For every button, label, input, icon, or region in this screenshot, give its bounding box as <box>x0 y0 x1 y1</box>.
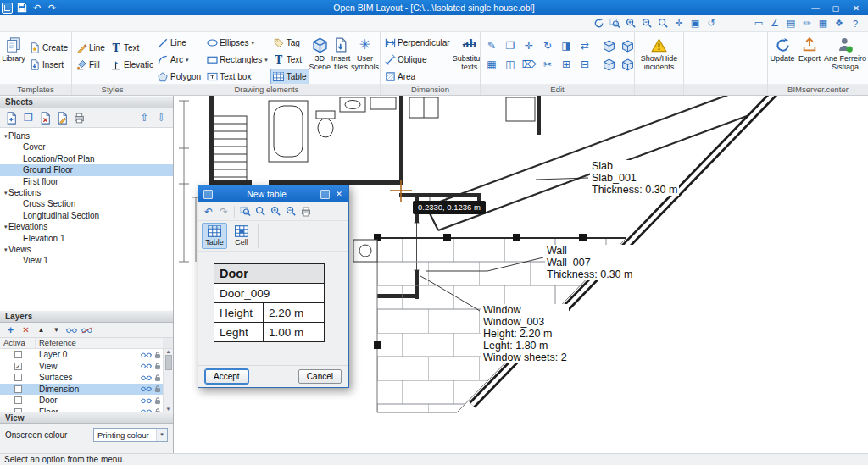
minimize-button[interactable]: — <box>805 1 826 14</box>
redraw-icon[interactable] <box>591 17 606 30</box>
layer-lock-icon[interactable] <box>154 362 161 370</box>
show-hide-incidents-button[interactable]: Show/Hide incidents <box>637 34 682 83</box>
cancel-button[interactable]: Cancel <box>298 369 342 384</box>
trim-icon[interactable]: ✂ <box>539 56 556 73</box>
previous-view-icon[interactable]: ↺ <box>704 17 719 30</box>
oblique-dim-button[interactable]: Oblique <box>381 52 453 68</box>
export-button[interactable]: Export <box>796 34 823 83</box>
tree-group-views[interactable]: ▾Views <box>0 244 173 255</box>
zoom-window-icon[interactable] <box>607 17 622 30</box>
layer-lock-icon[interactable] <box>154 351 161 359</box>
tree-item-first-floor[interactable]: First floor <box>0 176 173 187</box>
dialog-redo-icon[interactable]: ↷ <box>217 205 231 219</box>
layer-active-checkbox[interactable] <box>14 374 22 381</box>
dialog-zoom-all-icon[interactable] <box>253 205 267 219</box>
dialog-close-icon[interactable]: ✕ <box>332 188 346 200</box>
collapse-icon[interactable]: ▾ <box>0 187 8 198</box>
fill-style-button[interactable]: Fill <box>73 57 108 73</box>
arc-tool-button[interactable]: Arc ▾ <box>154 52 203 68</box>
layer-row-surfaces[interactable]: Surfaces <box>0 372 163 384</box>
show-all-layers-icon[interactable] <box>66 324 77 335</box>
titlebar[interactable]: ↶ ↷ Open BIM Layout - [C:\...\Isolated s… <box>0 0 868 15</box>
snap-icon[interactable]: ❖ <box>832 17 847 30</box>
hide-all-layers-icon[interactable] <box>81 324 92 335</box>
print-sheet-icon[interactable] <box>72 111 86 125</box>
preview-header-cell[interactable]: Door <box>214 264 325 284</box>
rectangles-dropdown-icon[interactable]: ▾ <box>264 57 268 64</box>
maximize-button[interactable]: ▢ <box>826 1 846 14</box>
swap-icon[interactable]: ⇄ <box>576 37 593 54</box>
new-window-icon[interactable]: ▭ <box>751 17 766 30</box>
layer-visibility-icon[interactable] <box>141 397 152 404</box>
edit-icon[interactable]: ✎ <box>483 37 500 54</box>
preview-row-label[interactable]: Leght <box>214 323 264 342</box>
delete-icon[interactable]: ⌦ <box>520 56 537 73</box>
delete-sheet-icon[interactable] <box>38 111 53 125</box>
layer-row-layer0[interactable]: Layer 0 <box>0 349 163 361</box>
zoom-all-icon[interactable] <box>655 17 670 30</box>
move-icon[interactable]: ✛ <box>520 37 537 54</box>
line-style-button[interactable]: Line <box>73 40 108 56</box>
dialog-zoom-out-icon[interactable] <box>284 205 298 219</box>
pan-icon[interactable]: ✛ <box>671 17 687 30</box>
move-layer-down-icon[interactable]: ▼ <box>51 324 62 335</box>
preview-row-value[interactable]: 2.20 m <box>264 303 325 323</box>
delete-layer-icon[interactable]: ✕ <box>20 324 31 335</box>
group-icon[interactable]: ⊞ <box>558 56 575 73</box>
tree-item-cross-section[interactable]: Cross Section <box>0 198 173 209</box>
section-icon[interactable] <box>619 56 634 73</box>
send-back-icon[interactable] <box>619 37 634 54</box>
layer-active-checkbox[interactable] <box>14 396 22 404</box>
redo-button[interactable]: ↷ <box>46 2 58 14</box>
edit-sheet-icon[interactable] <box>55 111 70 125</box>
layer-active-checkbox[interactable] <box>14 385 22 393</box>
measure-angle-icon[interactable]: ∠ <box>767 17 782 30</box>
create-template-button[interactable]: Create <box>26 40 70 56</box>
redline-icon[interactable]: ✏ <box>799 17 815 30</box>
library-button[interactable]: Library <box>1 34 26 83</box>
preview-row-value[interactable]: 1.00 m <box>264 323 325 342</box>
layer-lock-icon[interactable] <box>154 385 161 393</box>
tree-group-plans[interactable]: ▾Plans <box>0 130 173 141</box>
tree-item-view-1[interactable]: View 1 <box>0 255 173 266</box>
layer-active-checkbox[interactable] <box>14 351 22 358</box>
insert-files-button[interactable]: Insert files <box>331 34 351 83</box>
tree-item-cover[interactable]: Cover <box>0 141 173 152</box>
save-button[interactable] <box>15 2 28 14</box>
dialog-print-icon[interactable] <box>299 205 313 219</box>
layer-visibility-icon[interactable] <box>141 374 152 381</box>
move-sheet-down-icon[interactable]: ⇩ <box>154 111 169 125</box>
elevation-style-button[interactable]: Elevation <box>108 57 153 73</box>
polygon-tool-button[interactable]: Polygon <box>154 69 203 84</box>
dialog-table-tool[interactable]: Table <box>202 223 227 249</box>
new-sheet-icon[interactable] <box>4 111 19 125</box>
copy-sheet-icon[interactable]: ❐ <box>21 111 36 125</box>
split-icon[interactable]: ◫ <box>502 56 519 73</box>
dialog-zoom-in-icon[interactable] <box>269 205 282 219</box>
table-tool-button[interactable]: Table <box>270 69 309 84</box>
dialog-zoom-window-icon[interactable] <box>238 205 252 219</box>
pin-icon[interactable] <box>320 190 330 199</box>
move-layer-up-icon[interactable]: ▲ <box>36 324 47 335</box>
bim-user-button[interactable]: Ane Ferreiro Sistiaga <box>823 34 867 83</box>
copy-icon[interactable]: ❐ <box>502 37 519 54</box>
tree-group-sections[interactable]: ▾Sections <box>0 187 173 198</box>
zoom-out-icon[interactable] <box>639 17 654 30</box>
tree-item-longitudinal-section[interactable]: Longitudinal Section <box>0 210 173 221</box>
table-preview[interactable]: Door Door_009 Height 2.20 m Leght 1.00 m <box>214 263 325 342</box>
layer-visibility-icon[interactable] <box>141 352 152 358</box>
layer-row-dimension[interactable]: Dimension <box>0 384 163 396</box>
layer-visibility-icon[interactable] <box>141 363 152 369</box>
layer-active-checkbox[interactable]: ✓ <box>14 363 22 370</box>
layers-scrollbar[interactable]: ▲ ▼ <box>163 349 173 412</box>
layer-visibility-icon[interactable]: ▤ <box>783 17 798 30</box>
scroll-thumb[interactable] <box>165 355 172 370</box>
dialog-titlebar[interactable]: New table ✕ <box>198 185 348 202</box>
layer-lock-icon[interactable] <box>154 374 161 382</box>
preview-name-cell[interactable]: Door_009 <box>214 284 325 303</box>
preview-row-label[interactable]: Height <box>214 303 264 323</box>
ellipses-dropdown-icon[interactable]: ▾ <box>252 40 255 47</box>
layer-lock-icon[interactable] <box>154 396 161 405</box>
move-sheet-up-icon[interactable]: ⇧ <box>137 111 152 125</box>
fit-view-icon[interactable]: ▣ <box>687 17 703 30</box>
